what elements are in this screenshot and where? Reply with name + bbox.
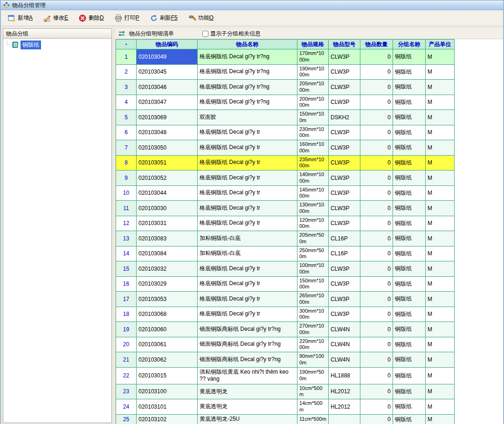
- spec-cell[interactable]: 14cm*500m: [297, 399, 329, 415]
- item-name-cell[interactable]: 格底铜版纸 Decal gi?y tr: [198, 140, 297, 156]
- unit-cell[interactable]: M: [426, 95, 455, 110]
- item-code-cell[interactable]: 020103047: [137, 95, 198, 110]
- item-name-cell[interactable]: 黄底透明龙-25U: [198, 414, 297, 424]
- model-cell[interactable]: CLW3P: [329, 292, 360, 307]
- qty-cell[interactable]: 0: [360, 384, 393, 399]
- model-cell[interactable]: DSKH2: [329, 110, 360, 125]
- model-cell[interactable]: CLW3P: [329, 140, 360, 156]
- unit-cell[interactable]: M: [426, 276, 455, 292]
- row-number-cell[interactable]: 10: [116, 185, 137, 201]
- unit-cell[interactable]: M: [426, 231, 455, 246]
- row-number-cell[interactable]: 13: [116, 231, 137, 246]
- spec-cell[interactable]: 230mm*1000m: [297, 125, 329, 140]
- unit-cell[interactable]: M: [426, 261, 455, 277]
- row-number-cell[interactable]: 1: [116, 49, 137, 65]
- group-cell[interactable]: 铜版纸: [393, 185, 426, 201]
- unit-cell[interactable]: M: [426, 384, 455, 399]
- spec-cell[interactable]: 150mm*1000m: [297, 276, 329, 292]
- qty-cell[interactable]: 0: [360, 276, 393, 292]
- functions-button[interactable]: 功能O: [185, 12, 218, 24]
- row-number-cell[interactable]: 14: [116, 246, 137, 261]
- column-header[interactable]: -: [116, 40, 137, 49]
- unit-cell[interactable]: M: [426, 337, 455, 352]
- item-code-cell[interactable]: 020103049: [137, 49, 198, 65]
- unit-cell[interactable]: M: [426, 307, 455, 322]
- model-cell[interactable]: HL2012: [329, 384, 360, 399]
- item-code-cell[interactable]: 020103060: [137, 322, 198, 337]
- spec-cell[interactable]: 300mm*1000m: [297, 307, 329, 322]
- item-code-cell[interactable]: 020103052: [137, 171, 198, 186]
- qty-cell[interactable]: 0: [360, 399, 393, 415]
- model-cell[interactable]: CLW4N: [329, 322, 360, 337]
- item-code-cell[interactable]: 020103051: [137, 155, 198, 171]
- unit-cell[interactable]: M: [426, 414, 455, 424]
- column-header[interactable]: 产品单位: [426, 40, 455, 49]
- item-name-cell[interactable]: 黄底透明龙: [198, 384, 297, 399]
- spec-cell[interactable]: 90mm*1000m: [297, 352, 329, 368]
- item-name-cell[interactable]: 格底铜版纸 Decal gi?y tr: [198, 125, 297, 140]
- spec-cell[interactable]: 190mm*1000m: [297, 64, 329, 80]
- row-number-cell[interactable]: 20: [116, 337, 137, 352]
- delete-button[interactable]: 删除D: [76, 12, 109, 24]
- model-cell[interactable]: CLW3P: [329, 185, 360, 201]
- row-number-cell[interactable]: 24: [116, 399, 137, 415]
- spec-cell[interactable]: 11cm*500m: [297, 414, 329, 424]
- show-subgroup-checkbox[interactable]: [202, 31, 208, 37]
- item-name-cell[interactable]: 格底铜版纸 Decal gi?y tr?ng: [198, 95, 297, 110]
- item-name-cell[interactable]: 加粘铜版纸-白底: [198, 231, 297, 246]
- column-header[interactable]: 物品规格: [297, 40, 329, 49]
- item-code-cell[interactable]: 020103050: [137, 140, 198, 156]
- model-cell[interactable]: CL16P: [329, 231, 360, 246]
- spec-cell[interactable]: 170mm*1000m: [297, 49, 329, 65]
- item-code-cell[interactable]: 020103015: [137, 367, 198, 384]
- row-number-cell[interactable]: 3: [116, 80, 137, 95]
- qty-cell[interactable]: 0: [360, 201, 393, 216]
- row-number-cell[interactable]: 22: [116, 367, 137, 384]
- item-code-cell[interactable]: 020103044: [137, 185, 198, 201]
- column-header[interactable]: 物品编码: [137, 40, 198, 49]
- item-name-cell[interactable]: 格底铜版纸 Decal gi?y tr: [198, 261, 297, 277]
- item-code-cell[interactable]: 020103046: [137, 80, 198, 95]
- group-cell[interactable]: 铜版纸: [393, 352, 426, 368]
- unit-cell[interactable]: M: [426, 155, 455, 171]
- unit-cell[interactable]: M: [426, 246, 455, 261]
- qty-cell[interactable]: 0: [360, 171, 393, 186]
- spec-cell[interactable]: 145mm*1000m: [297, 185, 329, 201]
- qty-cell[interactable]: 0: [360, 337, 393, 352]
- row-number-cell[interactable]: 18: [116, 307, 137, 322]
- qty-cell[interactable]: 0: [360, 246, 393, 261]
- model-cell[interactable]: CLW3P: [329, 125, 360, 140]
- item-name-cell[interactable]: 镜面铜版商标纸 Decal gi?y tr?ng: [198, 352, 297, 368]
- model-cell[interactable]: CL16P: [329, 246, 360, 261]
- qty-cell[interactable]: 0: [360, 64, 393, 80]
- item-name-cell[interactable]: 格底铜版纸 Decal gi?y tr: [198, 276, 297, 292]
- model-cell[interactable]: HL1888: [329, 367, 360, 384]
- item-code-cell[interactable]: 020103030: [137, 201, 198, 216]
- item-code-cell[interactable]: 020103032: [137, 261, 198, 277]
- group-cell[interactable]: 铜版纸: [393, 414, 426, 424]
- unit-cell[interactable]: M: [426, 140, 455, 156]
- item-code-cell[interactable]: 020103100: [137, 384, 198, 399]
- item-name-cell[interactable]: 格底铜版纸 Decal gi?y tr?ng: [198, 80, 297, 95]
- model-cell[interactable]: CLW3P: [329, 201, 360, 216]
- qty-cell[interactable]: 0: [360, 140, 393, 156]
- group-cell[interactable]: 铜版纸: [393, 399, 426, 415]
- qty-cell[interactable]: 0: [360, 49, 393, 65]
- group-cell[interactable]: 铜版纸: [393, 201, 426, 216]
- item-name-cell[interactable]: 格底铜版纸 Decal gi?y tr: [198, 201, 297, 216]
- group-cell[interactable]: 铜版纸: [393, 292, 426, 307]
- row-number-cell[interactable]: 8: [116, 155, 137, 171]
- model-cell[interactable]: CLW3P: [329, 95, 360, 110]
- spec-cell[interactable]: 190mm*500m: [297, 367, 329, 384]
- tree-node-copper-paper[interactable]: 铜版纸: [4, 41, 110, 49]
- row-number-cell[interactable]: 23: [116, 384, 137, 399]
- qty-cell[interactable]: 0: [360, 367, 393, 384]
- row-number-cell[interactable]: 7: [116, 140, 137, 156]
- spec-cell[interactable]: 200mm*1000m: [297, 95, 329, 110]
- spec-cell[interactable]: 220mm*1000m: [297, 337, 329, 352]
- item-code-cell[interactable]: 020103101: [137, 399, 198, 415]
- qty-cell[interactable]: 0: [360, 414, 393, 424]
- row-number-cell[interactable]: 16: [116, 276, 137, 292]
- model-cell[interactable]: [329, 414, 360, 424]
- unit-cell[interactable]: M: [426, 49, 455, 65]
